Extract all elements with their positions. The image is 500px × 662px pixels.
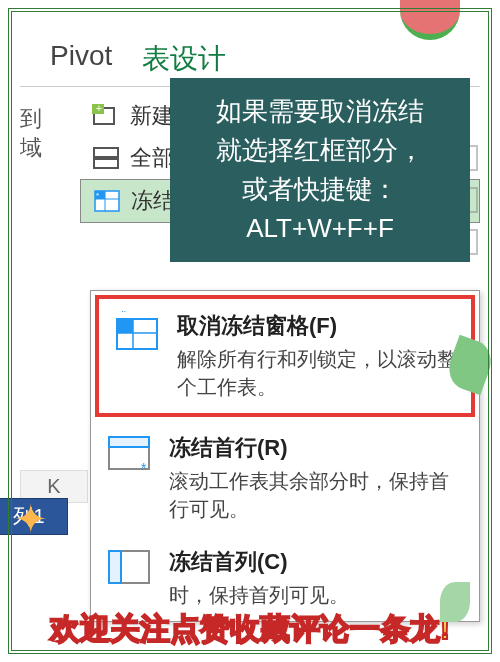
- svg-rect-11: [117, 319, 133, 333]
- arrange-all-icon: [90, 144, 122, 172]
- freeze-col-icon: [105, 547, 155, 597]
- unfreeze-icon: *: [113, 311, 163, 361]
- freeze-col-title: 冻结首列(C): [169, 547, 465, 577]
- svg-rect-19: [109, 551, 121, 583]
- svg-text:*: *: [121, 311, 127, 320]
- freeze-row-desc: 滚动工作表其余部分时，保持首行可见。: [169, 467, 465, 523]
- footer-text: 欢迎关注点赞收藏评论一条龙!: [50, 612, 450, 645]
- leaf-decoration: [440, 582, 470, 622]
- star-decoration: ✦: [14, 496, 48, 542]
- tooltip-line: 或者快捷键：: [188, 170, 452, 209]
- tooltip-line: ALT+W+F+F: [188, 209, 452, 248]
- tooltip-line: 如果需要取消冻结: [188, 92, 452, 131]
- freeze-row-icon: *: [105, 433, 155, 483]
- svg-text:*: *: [141, 460, 147, 475]
- freeze-panes-dropdown: * 取消冻结窗格(F) 解除所有行和列锁定，以滚动整个工作表。 * 冻结首行(R…: [90, 290, 480, 622]
- freeze-top-row-item[interactable]: * 冻结首行(R) 滚动工作表其余部分时，保持首行可见。: [91, 421, 479, 535]
- unfreeze-title: 取消冻结窗格(F): [177, 311, 457, 341]
- ribbon-label: 到: [20, 105, 80, 134]
- footer-cta: 欢迎关注点赞收藏评论一条龙!: [0, 609, 500, 650]
- freeze-col-desc: 时，保持首列可见。: [169, 581, 465, 609]
- ribbon-group-left: 到 域: [20, 95, 80, 223]
- ribbon-label: 域: [20, 134, 80, 163]
- instruction-tooltip: 如果需要取消冻结 就选择红框部分， 或者快捷键： ALT+W+F+F: [170, 78, 470, 262]
- unfreeze-panes-item[interactable]: * 取消冻结窗格(F) 解除所有行和列锁定，以滚动整个工作表。: [95, 295, 475, 417]
- svg-rect-3: [94, 148, 118, 157]
- tooltip-line: 就选择红框部分，: [188, 131, 452, 170]
- unfreeze-desc: 解除所有行和列锁定，以滚动整个工作表。: [177, 345, 457, 401]
- svg-text:+: +: [96, 104, 102, 114]
- svg-rect-16: [109, 437, 149, 447]
- tab-table-design[interactable]: 表设计: [142, 40, 226, 78]
- svg-rect-4: [94, 159, 118, 168]
- tab-pivot[interactable]: Pivot: [50, 40, 112, 78]
- freeze-row-title: 冻结首行(R): [169, 433, 465, 463]
- new-window-icon: +: [90, 102, 122, 130]
- freeze-panes-icon: *: [91, 187, 123, 215]
